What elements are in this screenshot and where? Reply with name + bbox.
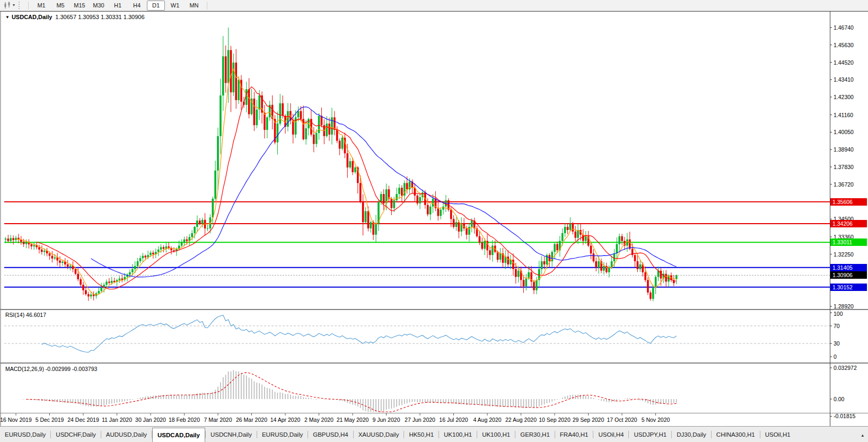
ohlc-values: 1.30657 1.30953 1.30331 1.30906: [55, 14, 144, 20]
time-axis-label: 21 May 2020: [333, 417, 372, 423]
time-axis-label: 11 Jan 2020: [98, 417, 137, 423]
chart-tab-usoil-h4[interactable]: USOil,H4: [593, 429, 628, 440]
price-level-label: 1.30152: [830, 284, 867, 291]
chart-tab-eurusd-daily[interactable]: EURUSD,Daily: [0, 429, 50, 440]
time-axis-label: 26 Mar 2020: [232, 417, 271, 423]
toolbar-grip[interactable]: [19, 2, 22, 9]
price-axis-tick-label: 1.42300: [834, 94, 854, 100]
chart-tab-uk100-h1[interactable]: UK100,H1: [477, 429, 515, 440]
tab-scroll-button[interactable]: ▴: [861, 433, 864, 438]
toolbar-separator: [28, 2, 29, 10]
rsi-axis-tick-label: 70: [834, 323, 840, 329]
rsi-indicator-label: RSI(14) 46.6017: [5, 312, 46, 318]
window-left-border: [0, 0, 1, 442]
time-axis-label: 2 May 2020: [300, 417, 339, 423]
toolbar: ▾ M1M5M15M30H1H4D1W1MN: [0, 0, 868, 11]
price-level-label: 1.31405: [830, 264, 867, 271]
chart-tab-audusd-daily[interactable]: AUDUSD,Daily: [101, 429, 152, 440]
window-collapse-icon: ▼: [5, 15, 10, 20]
time-axis-label: 17 Oct 2020: [602, 417, 642, 423]
chart-tab-fra40-h1[interactable]: FRA40,H1: [555, 429, 593, 440]
timeframe-button-h1[interactable]: H1: [109, 1, 127, 11]
price-axis-tick-label: 1.31140: [834, 268, 853, 275]
time-axis-label: 16 Nov 2019: [0, 417, 36, 423]
price-axis-tick-label: 1.35610: [834, 199, 854, 205]
timeframe-button-m1[interactable]: M1: [32, 1, 50, 11]
time-axis-label: 30 Jan 2020: [131, 417, 170, 423]
timeframe-button-m5[interactable]: M5: [51, 1, 69, 11]
timeframe-button-w1[interactable]: W1: [166, 1, 184, 11]
timeframe-button-d1[interactable]: D1: [147, 1, 165, 11]
chart-tabs: EURUSD,DailyUSDCHF,DailyAUDUSD,DailyUSDC…: [0, 428, 795, 442]
chart-tab-usdchf-daily[interactable]: USDCHF,Daily: [51, 429, 100, 440]
chevron-down-icon: ▾: [13, 3, 15, 7]
price-level-label: 1.30906: [830, 271, 867, 279]
time-axis-label: 22 Aug 2020: [502, 417, 541, 423]
price-axis-tick-label: 1.43410: [834, 76, 854, 83]
chart-tab-gbpusd-h4[interactable]: GBPUSD,H4: [308, 429, 353, 440]
chart-tab-xauusd-daily[interactable]: XAUUSD,Daily: [354, 429, 404, 440]
chart-tab-dj30-daily[interactable]: DJ30,Daily: [672, 429, 711, 440]
chart-tab-usdjpy-h1[interactable]: USDJPY,H1: [629, 429, 671, 440]
time-axis-label: 18 Feb 2020: [165, 417, 204, 423]
timeframe-button-m15[interactable]: M15: [71, 1, 89, 11]
rsi-macd-separator[interactable]: [0, 363, 868, 364]
timeframe-button-h4[interactable]: H4: [128, 1, 146, 11]
chart-tab-hk50-h1[interactable]: HK50,H1: [404, 429, 439, 440]
price-axis-tick-label: 1.44520: [834, 59, 854, 66]
macd-timescale-separator: [0, 413, 868, 413]
time-axis-label: 14 Apr 2020: [266, 417, 305, 423]
price-axis-border: [830, 11, 830, 426]
macd-axis-tick-label: 0.00: [834, 396, 844, 402]
macd-indicator-label: MACD(12,26,9) -0.002999 -0.003793: [5, 366, 97, 372]
symbol-period-label: USDCAD,Daily: [12, 14, 52, 20]
macd-axis-tick-label: -0.01815: [834, 413, 855, 419]
chart-tab-usdcnh-daily[interactable]: USDCNH,Daily: [206, 429, 257, 440]
time-axis-label: 5 Dec 2019: [30, 417, 69, 423]
chart-overlays: ▼USDCAD,Daily1.30657 1.30953 1.30331 1.3…: [0, 0, 868, 442]
price-level-label: 1.35606: [830, 198, 867, 206]
price-axis-tick-label: 1.30030: [834, 286, 854, 292]
price-axis-tick-label: 1.32250: [834, 251, 854, 258]
mt4-window: ▾ M1M5M15M30H1H4D1W1MN ▼USDCAD,Daily1.30…: [0, 0, 868, 442]
chart-tab-ger30-h1[interactable]: GER30,H1: [515, 429, 555, 440]
time-axis-label: 10 Sep 2020: [535, 417, 574, 423]
chart-tab-uk100-h1[interactable]: UK100,H1: [439, 429, 477, 440]
chart-tab-eurusd-daily[interactable]: EURUSD,Daily: [257, 429, 308, 440]
time-axis-label: 27 Jun 2020: [400, 417, 440, 423]
time-axis-label: 7 Mar 2020: [198, 417, 238, 423]
time-axis-label: 24 Dec 2019: [64, 417, 103, 423]
timeframe-button-m30[interactable]: M30: [90, 1, 108, 11]
price-rsi-separator[interactable]: [0, 309, 868, 310]
chart-tabbar: EURUSD,DailyUSDCHF,DailyAUDUSD,DailyUSDC…: [0, 426, 868, 442]
price-level-label: 1.33011: [830, 238, 867, 246]
rsi-axis-tick-label: 30: [834, 340, 840, 347]
toolbar-separator: [207, 2, 207, 10]
chart-top-border: [0, 11, 868, 12]
macd-axis-tick-label: 0.032972: [834, 365, 857, 371]
time-axis-label: 16 Jul 2020: [434, 417, 474, 423]
price-axis-tick-label: 1.40050: [834, 129, 854, 135]
time-axis-label: 9 Jun 2020: [367, 417, 406, 423]
chart-type-tool[interactable]: ▾: [0, 0, 16, 11]
price-axis-tick-label: 1.46740: [834, 24, 854, 31]
candlestick-chart-icon: [3, 2, 12, 9]
price-axis-tick-label: 1.38940: [834, 146, 854, 153]
price-chart-canvas[interactable]: [0, 0, 868, 442]
price-axis-tick-label: 1.41160: [834, 112, 853, 118]
chart-tab-china300-h1[interactable]: CHINA300,H1: [712, 429, 760, 440]
price-axis-tick-label: 1.45630: [834, 42, 854, 48]
timeframe-buttons: M1M5M15M30H1H4D1W1MN: [32, 1, 204, 11]
time-axis-label: 29 Sep 2020: [569, 417, 608, 423]
price-axis-tick-label: 1.37830: [834, 164, 854, 170]
rsi-axis-tick-label: 0: [834, 353, 837, 360]
price-axis-tick-label: 1.34500: [834, 216, 854, 222]
price-axis-tick-label: 1.36720: [834, 181, 854, 188]
price-level-label: 1.34206: [830, 220, 867, 227]
chart-tab-usoil-h1[interactable]: USOil,H1: [760, 429, 795, 440]
timeframe-button-mn[interactable]: MN: [185, 1, 203, 11]
price-axis-tick-label: 1.33360: [834, 234, 854, 240]
rsi-axis-tick-label: 100: [834, 311, 843, 317]
chart-tab-usdcad-daily[interactable]: USDCAD,Daily: [152, 428, 205, 442]
time-axis-label: 5 Nov 2020: [636, 417, 676, 423]
